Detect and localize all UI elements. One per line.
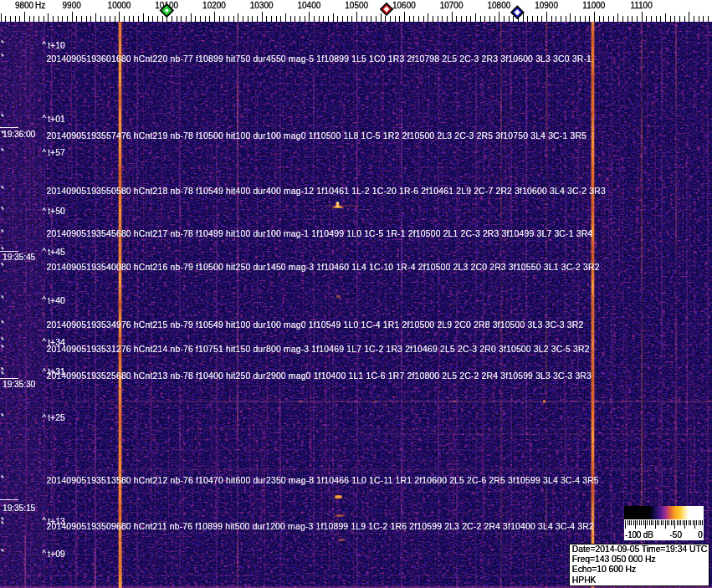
svg-text:10500: 10500 xyxy=(345,1,368,10)
svg-text:11000: 11000 xyxy=(582,1,606,10)
svg-text:Hz: Hz xyxy=(35,1,45,10)
svg-text:9900: 9900 xyxy=(63,1,82,10)
svg-text:10700: 10700 xyxy=(440,1,464,10)
svg-text:9800: 9800 xyxy=(15,1,34,10)
svg-text:10400: 10400 xyxy=(297,1,320,10)
svg-text:10300: 10300 xyxy=(250,1,274,10)
svg-text:10200: 10200 xyxy=(202,1,226,10)
svg-text:10800: 10800 xyxy=(487,1,510,10)
svg-text:11100: 11100 xyxy=(630,1,653,10)
svg-text:10000: 10000 xyxy=(108,1,131,10)
svg-text:10600: 10600 xyxy=(392,1,416,10)
svg-text:10900: 10900 xyxy=(535,1,558,10)
